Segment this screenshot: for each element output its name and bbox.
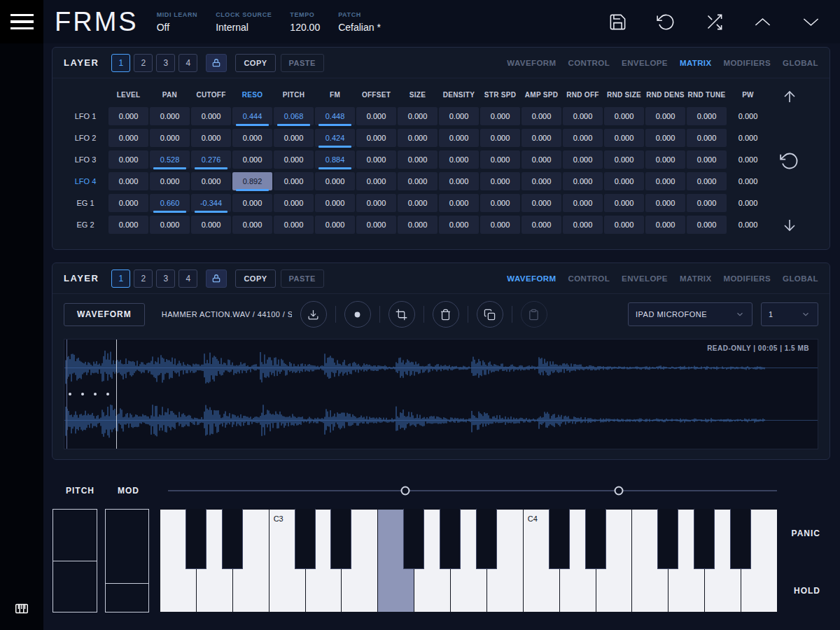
matrix-cell[interactable]: 0.000 (604, 129, 644, 147)
matrix-cell[interactable]: 0.000 (522, 129, 561, 147)
matrix-cell[interactable]: 0.000 (687, 150, 727, 169)
waveform-display[interactable]: READ-ONLY | 00:05 | 1.5 MB (64, 339, 818, 449)
matrix-cell[interactable]: 0.000 (604, 107, 644, 125)
black-key-g3-sharp[interactable] (440, 509, 461, 569)
tab-matrix[interactable]: MATRIX (680, 274, 712, 283)
matrix-cell[interactable]: 0.000 (604, 172, 644, 190)
matrix-cell[interactable]: 0.000 (150, 216, 190, 234)
tab-envelope[interactable]: ENVELOPE (622, 59, 668, 67)
scroll-handle-right[interactable] (614, 486, 623, 496)
matrix-cell[interactable]: 0.444 (232, 107, 272, 125)
black-key-g4-sharp[interactable] (694, 509, 715, 569)
matrix-cell[interactable]: 0.000 (274, 194, 314, 212)
layer-button-4[interactable]: 4 (178, 54, 197, 72)
chevron-down-icon[interactable] (802, 13, 820, 31)
layer-button-1[interactable]: 1 (111, 270, 130, 288)
layer-button-2[interactable]: 2 (134, 270, 153, 288)
tab-matrix[interactable]: MATRIX (680, 59, 712, 67)
black-key-g2-sharp[interactable] (186, 509, 206, 569)
tab-modifiers[interactable]: MODIFIERS (724, 274, 771, 283)
lock-button[interactable] (206, 54, 227, 72)
matrix-cell[interactable]: 0.000 (232, 194, 272, 212)
matrix-cell[interactable]: 0.000 (439, 216, 479, 234)
matrix-cell[interactable]: 0.000 (356, 216, 396, 234)
matrix-cell[interactable]: 0.000 (604, 150, 644, 169)
tab-envelope[interactable]: ENVELOPE (622, 274, 668, 283)
waveform-section-button[interactable]: WAVEFORM (64, 303, 145, 326)
matrix-cell[interactable]: 0.000 (108, 216, 148, 234)
keyboard-toggle-icon[interactable] (14, 601, 29, 619)
matrix-cell[interactable]: 0.000 (274, 129, 314, 147)
matrix-cell[interactable]: 0.000 (728, 107, 768, 125)
channel-select[interactable]: 1 (761, 302, 818, 326)
scroll-handle-left[interactable] (401, 486, 410, 496)
matrix-cell[interactable]: 0.000 (480, 194, 520, 212)
chevron-up-icon[interactable] (753, 13, 772, 31)
copy-icon[interactable] (477, 301, 503, 328)
layer-button-1[interactable]: 1 (111, 54, 130, 72)
matrix-cell[interactable]: 0.000 (398, 194, 438, 212)
matrix-cell[interactable]: 0.528 (150, 150, 190, 169)
matrix-cell[interactable]: 0.000 (356, 129, 396, 147)
matrix-cell[interactable]: 0.000 (480, 129, 520, 147)
matrix-cell[interactable]: 0.000 (728, 194, 768, 212)
matrix-cell[interactable]: 0.000 (191, 172, 231, 190)
patch-value[interactable]: Cefalian * (338, 22, 381, 33)
tab-modifiers[interactable]: MODIFIERS (724, 59, 771, 67)
matrix-cell[interactable]: 0.000 (563, 150, 603, 169)
tab-control[interactable]: CONTROL (568, 59, 610, 67)
arrow-up-icon[interactable] (781, 88, 798, 105)
matrix-cell[interactable]: 0.000 (150, 129, 190, 147)
matrix-cell[interactable]: 0.000 (645, 216, 685, 234)
matrix-cell[interactable]: 0.000 (150, 172, 190, 190)
matrix-cell[interactable]: 0.000 (274, 150, 314, 169)
panic-button[interactable]: PANIC (792, 528, 820, 538)
mod-wheel[interactable] (105, 509, 149, 612)
clock-source-value[interactable]: Internal (216, 22, 272, 33)
matrix-cell[interactable]: 0.000 (645, 150, 685, 169)
matrix-cell[interactable]: 0.884 (315, 150, 355, 169)
keyboard-scroll-track[interactable] (168, 490, 777, 491)
matrix-cell[interactable]: 0.000 (108, 150, 148, 169)
black-key-d3-sharp[interactable] (330, 509, 351, 569)
paste-button[interactable]: PASTE (281, 54, 324, 72)
input-source-select[interactable]: IPAD MICROFONE (628, 302, 752, 326)
matrix-cell[interactable]: 0.000 (191, 107, 231, 125)
tempo-value[interactable]: 120.00 (290, 22, 320, 33)
black-key-d4-sharp[interactable] (585, 509, 606, 569)
matrix-cell[interactable]: 0.000 (315, 216, 355, 234)
matrix-cell[interactable]: 0.000 (645, 172, 685, 190)
matrix-cell[interactable]: 0.000 (356, 150, 396, 169)
layer-button-3[interactable]: 3 (156, 270, 175, 288)
matrix-cell[interactable]: 0.000 (150, 107, 190, 125)
matrix-cell[interactable]: 0.000 (439, 129, 479, 147)
copy-button[interactable]: COPY (235, 54, 275, 72)
matrix-cell[interactable]: 0.276 (191, 150, 231, 169)
matrix-cell[interactable]: 0.000 (232, 129, 272, 147)
matrix-cell[interactable]: 0.000 (439, 194, 479, 212)
matrix-cell[interactable]: 0.000 (563, 107, 603, 125)
layer-button-3[interactable]: 3 (156, 54, 175, 72)
tab-global[interactable]: GLOBAL (783, 59, 818, 67)
matrix-cell[interactable]: 0.000 (604, 194, 644, 212)
matrix-cell[interactable]: 0.000 (398, 172, 438, 190)
matrix-cell[interactable]: 0.000 (108, 194, 148, 212)
matrix-cell[interactable]: 0.000 (398, 107, 438, 125)
record-icon[interactable] (344, 301, 371, 328)
matrix-cell[interactable]: 0.000 (687, 194, 727, 212)
shuffle-icon[interactable] (705, 13, 724, 31)
keyboard[interactable]: C3C4 (160, 509, 777, 612)
matrix-cell[interactable]: 0.000 (480, 172, 520, 190)
matrix-cell[interactable]: 0.000 (687, 129, 727, 147)
matrix-cell[interactable]: 0.000 (604, 216, 644, 234)
matrix-cell[interactable]: 0.000 (728, 216, 768, 234)
copy-button[interactable]: COPY (235, 270, 275, 288)
matrix-cell[interactable]: 0.000 (645, 129, 685, 147)
matrix-cell[interactable]: 0.000 (315, 172, 355, 190)
undo-icon[interactable] (657, 13, 676, 31)
matrix-cell[interactable]: 0.000 (687, 107, 727, 125)
paste-icon[interactable] (521, 301, 547, 328)
matrix-cell[interactable]: 0.660 (150, 194, 190, 212)
matrix-cell[interactable]: 0.000 (439, 172, 479, 190)
matrix-cell[interactable]: 0.000 (315, 194, 355, 212)
